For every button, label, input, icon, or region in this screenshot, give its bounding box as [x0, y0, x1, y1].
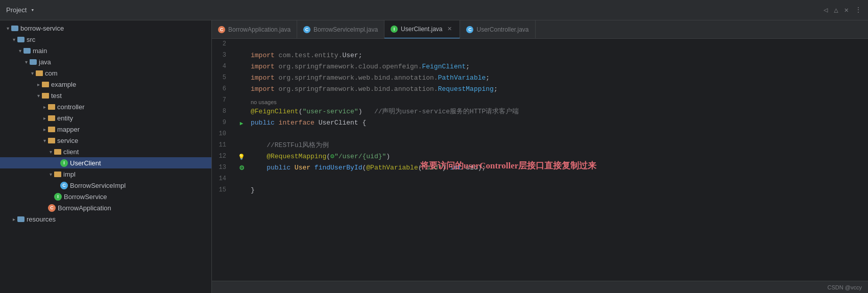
tree-item-17[interactable]: resources: [0, 213, 211, 225]
tab-bar: CBorrowApplication.javaCBorrowServiceImp…: [212, 20, 868, 39]
gutter-icon-3: [236, 72, 247, 84]
tree-item-6[interactable]: test: [0, 90, 211, 101]
tab-borrowapplication[interactable]: CBorrowApplication.java: [212, 20, 297, 39]
token-fqn-gray: org.springframework.web.bind.annotation.: [279, 84, 438, 95]
gutter-icon-1: [236, 50, 247, 61]
token-kw-blue: public: [267, 163, 295, 174]
gutter-icon-9: [236, 140, 247, 151]
code-line-5: import org.springframework.web.bind.anno…: [251, 72, 868, 84]
tree-arrow: [35, 82, 42, 87]
token-plain: ;: [486, 73, 490, 84]
gutter-icon-5: [236, 95, 247, 106]
editor-area: CBorrowApplication.javaCBorrowServiceImp…: [212, 20, 868, 293]
code-line-7: [251, 95, 868, 106]
tree-arrow: [41, 115, 48, 121]
tab-label: UserClient.java: [401, 26, 442, 33]
gutter-icon-11: ⚙: [236, 162, 247, 174]
code-line-9: public interface UserClient {: [251, 117, 868, 129]
package-icon: [48, 138, 55, 143]
tree-item-12[interactable]: IUserClient: [0, 157, 211, 168]
line-number: 13: [212, 162, 230, 174]
line-numbers: 23456789101112131415: [212, 39, 236, 281]
line-number: 14: [212, 174, 230, 185]
nav-back-icon[interactable]: ◁: [824, 6, 828, 14]
tree-item-11[interactable]: client: [0, 146, 211, 157]
package-icon: [48, 115, 55, 121]
package-icon: [42, 93, 49, 99]
folder-icon: [23, 48, 31, 54]
code-content: 23456789101112131415▶💡⚙import com.test.e…: [212, 39, 868, 281]
token-kw: import: [251, 51, 279, 61]
token-fqn-highlight: PathVariable: [438, 73, 486, 84]
tree-item-label: example: [51, 81, 76, 88]
tree-item-1[interactable]: src: [0, 34, 211, 45]
run-icon[interactable]: ▶: [240, 120, 244, 127]
line-number: 4: [212, 61, 230, 72]
code-line-10: [251, 129, 868, 140]
tree-arrow: [41, 104, 48, 110]
tree-arrow: [47, 149, 54, 155]
code-line-8: no usages@FeignClient("user-service") //…: [251, 106, 868, 117]
tree-item-8[interactable]: entity: [0, 112, 211, 124]
tree-item-16[interactable]: CBorrowApplication: [0, 202, 211, 213]
token-plain: ): [386, 152, 390, 162]
tree-item-label: UserClient: [70, 159, 101, 167]
gutter-icon-0: [236, 39, 247, 50]
tree-item-7[interactable]: controller: [0, 101, 211, 112]
title-arrow[interactable]: ▾: [31, 7, 34, 13]
bulb-icon[interactable]: 💡: [238, 154, 245, 160]
tree-item-14[interactable]: CBorrowServiceImpl: [0, 180, 211, 191]
settings-icon[interactable]: ⋮: [855, 6, 862, 14]
gutter-icons: ▶💡⚙: [236, 39, 247, 281]
code-line-15: }: [251, 185, 868, 196]
tree-item-label: controller: [57, 103, 84, 111]
tree-arrow: [10, 216, 17, 222]
tree-item-15[interactable]: IBorrowService: [0, 191, 211, 202]
tab-userclient[interactable]: IUserClient.java✕: [384, 20, 460, 39]
tab-borrowserviceimpl[interactable]: CBorrowServiceImpl.java: [297, 20, 384, 39]
tab-close-button[interactable]: ✕: [445, 25, 453, 33]
token-kw: import: [251, 73, 279, 84]
tree-item-label: main: [33, 47, 47, 55]
token-fqn-gray: com.test.entity.: [279, 51, 343, 61]
token-plain: (: [299, 107, 303, 117]
tree-item-5[interactable]: example: [0, 79, 211, 90]
tree-item-0[interactable]: borrow-service: [0, 22, 211, 34]
token-plain: ;: [494, 84, 498, 95]
no-usages-label: no usages: [251, 98, 277, 107]
tree-item-label: service: [57, 137, 78, 144]
line-number: 15: [212, 185, 230, 196]
package-icon: [36, 70, 43, 76]
line-number: 2: [212, 39, 230, 50]
tab-usercontroller[interactable]: CUserController.java: [460, 20, 535, 39]
project-label: Project: [6, 6, 27, 14]
tree-item-10[interactable]: service: [0, 135, 211, 146]
gutter-icon-7: ▶: [236, 117, 247, 129]
tree-item-3[interactable]: java: [0, 56, 211, 67]
status-bar: CSDN @vccy: [212, 281, 868, 293]
token-plain: ;: [466, 62, 470, 72]
code-line-14: [251, 174, 868, 185]
gutter-icon-10: 💡: [236, 151, 247, 162]
tree-arrow: [41, 127, 48, 132]
package-icon: [48, 104, 55, 110]
tree-item-9[interactable]: mapper: [0, 124, 211, 135]
token-str: "user-service": [302, 107, 358, 117]
nav-forward-icon[interactable]: △: [834, 6, 838, 14]
tree-item-2[interactable]: main: [0, 45, 211, 56]
tree-item-label: BorrowApplication: [58, 204, 111, 212]
close-panel-icon[interactable]: ✕: [845, 6, 849, 14]
hint-icon[interactable]: ⚙: [239, 164, 245, 172]
token-plain: (: [326, 152, 330, 162]
package-icon: [42, 82, 49, 87]
code-line-4: import org.springframework.cloud.openfei…: [251, 61, 868, 72]
tree-item-13[interactable]: impl: [0, 168, 211, 180]
line-number: 8: [212, 106, 230, 117]
red-annotation: 将要访问的userController层接口直接复制过来: [420, 159, 596, 173]
tree-item-4[interactable]: com: [0, 67, 211, 79]
token-plain: User;: [342, 51, 362, 61]
code-line-6: import org.springframework.web.bind.anno…: [251, 84, 868, 95]
token-ann: @PathVariable: [366, 163, 418, 174]
code-editor[interactable]: 23456789101112131415▶💡⚙import com.test.e…: [212, 39, 868, 281]
gutter-icon-13: [236, 185, 247, 196]
